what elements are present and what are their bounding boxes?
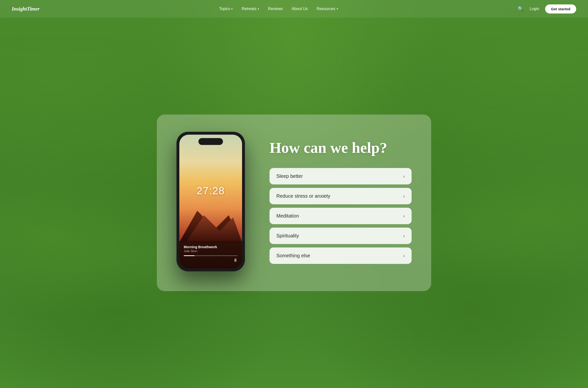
nav-item-resources[interactable]: Resources ▾ xyxy=(317,7,338,11)
option-sleep-better[interactable]: Sleep better › xyxy=(269,168,412,184)
navbar: InsightTimer Topics ▾ Retreats ▾ Reviews… xyxy=(0,0,588,18)
phone-mountain-illustration xyxy=(179,200,242,244)
help-options-list: Sleep better › Reduce stress or anxiety … xyxy=(269,168,412,264)
option-stress-chevron-icon: › xyxy=(403,193,405,199)
phone-player: Morning Breathwork Julie Skon ⏸ xyxy=(179,242,242,268)
hero-section: 27:28 Morning Breathwork Julie Skon ⏸ xyxy=(0,0,588,388)
retreats-chevron-icon: ▾ xyxy=(258,7,259,11)
nav-item-retreats[interactable]: Retreats ▾ xyxy=(241,7,259,11)
option-spirituality-chevron-icon: › xyxy=(403,233,405,239)
nav-links: Topics ▾ Retreats ▾ Reviews About Us Res… xyxy=(219,7,338,11)
phone-progress-bar xyxy=(184,255,238,256)
phone-mockup: 27:28 Morning Breathwork Julie Skon ⏸ xyxy=(176,132,245,271)
phone-container: 27:28 Morning Breathwork Julie Skon ⏸ xyxy=(176,132,250,271)
option-spirituality[interactable]: Spirituality › xyxy=(269,228,412,244)
phone-track-artist: Julie Skon xyxy=(184,249,238,253)
content-card: 27:28 Morning Breathwork Julie Skon ⏸ xyxy=(157,115,431,291)
get-started-button[interactable]: Get started xyxy=(545,4,576,14)
phone-track-title: Morning Breathwork xyxy=(184,245,238,249)
nav-item-topics[interactable]: Topics ▾ xyxy=(219,7,233,11)
hero-title: How can we help? xyxy=(269,139,412,156)
option-reduce-stress[interactable]: Reduce stress or anxiety › xyxy=(269,188,412,204)
pause-icon: ⏸ xyxy=(233,258,238,263)
logo-text: InsightTimer xyxy=(12,6,40,12)
option-something-else[interactable]: Something else › xyxy=(269,247,412,264)
option-meditation[interactable]: Meditation › xyxy=(269,208,412,224)
option-sleep-chevron-icon: › xyxy=(403,173,405,179)
phone-screen: 27:28 Morning Breathwork Julie Skon ⏸ xyxy=(179,135,242,268)
nav-right: 🔍 Login Get started xyxy=(518,4,576,14)
phone-notch xyxy=(198,138,223,145)
login-button[interactable]: Login xyxy=(530,7,539,11)
nav-item-reviews[interactable]: Reviews xyxy=(268,7,283,11)
phone-controls: ⏸ xyxy=(184,258,238,263)
nav-item-about[interactable]: About Us xyxy=(292,7,308,11)
topics-chevron-icon: ▾ xyxy=(231,7,233,11)
phone-timer: 27:28 xyxy=(196,185,225,197)
resources-chevron-icon: ▾ xyxy=(337,7,338,11)
option-meditation-chevron-icon: › xyxy=(403,213,405,219)
phone-progress-fill xyxy=(184,255,195,256)
logo[interactable]: InsightTimer xyxy=(12,6,40,12)
right-content: How can we help? Sleep better › Reduce s… xyxy=(269,139,412,264)
option-else-chevron-icon: › xyxy=(403,253,405,259)
search-icon[interactable]: 🔍 xyxy=(518,6,524,12)
